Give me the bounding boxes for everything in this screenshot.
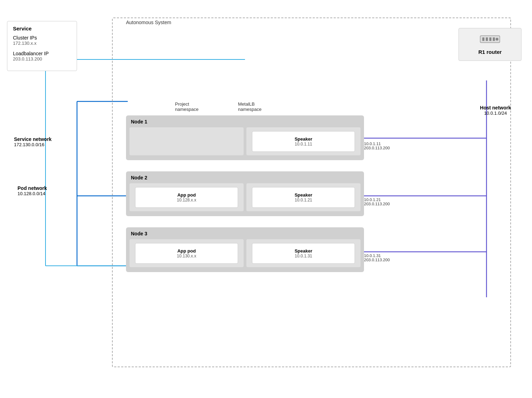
host-network-title: Host network xyxy=(480,105,511,111)
lb-ip-label: Loadbalancer IP xyxy=(13,51,71,56)
host-network-cidr: 10.0.1.0/24 xyxy=(480,111,511,116)
node1-speaker-box: Speaker 10.0.1.11 xyxy=(252,131,355,152)
node1-label: Node 1 xyxy=(130,119,360,125)
pod-network-title: Pod network xyxy=(18,185,47,191)
autonomous-system-label: Autonomous System xyxy=(126,20,171,25)
node3-app-ip: 10.130.x.x xyxy=(139,254,234,258)
svg-rect-14 xyxy=(482,37,484,41)
lb-ip-item: Loadbalancer IP 203.0.113.200 xyxy=(13,51,71,62)
node2-project-slot: App pod 10.128.x.x xyxy=(130,183,244,211)
node2-area: Node 2 App pod 10.128.x.x Speaker 10.0.1… xyxy=(126,171,364,216)
bgp1-line2: 203.0.113.200 xyxy=(364,146,390,150)
node3-speaker-name: Speaker xyxy=(256,248,351,254)
node2-speaker-name: Speaker xyxy=(256,192,351,198)
node2-speaker-box: Speaker 10.0.1.21 xyxy=(252,187,355,208)
bgp1-line1: 10.0.1.11 xyxy=(364,142,390,146)
project-namespace-label: Project namespace xyxy=(175,101,198,112)
node2-app-ip: 10.128.x.x xyxy=(139,198,234,202)
cluster-ips-item: Cluster IPs 172.130.x.x xyxy=(13,35,71,46)
node1-metallb-slot: Speaker 10.0.1.11 xyxy=(246,127,360,155)
node3-speaker-box: Speaker 10.0.1.31 xyxy=(252,243,355,264)
service-box-title: Service xyxy=(13,26,71,31)
node3-inner: App pod 10.130.x.x Speaker 10.0.1.31 xyxy=(130,239,360,267)
node2-metallb-slot: Speaker 10.0.1.21 xyxy=(246,183,360,211)
node3-area: Node 3 App pod 10.130.x.x Speaker 10.0.1… xyxy=(126,227,364,272)
pod-network-label: Pod network 10.128.0.0/14 xyxy=(18,185,47,196)
node1-area: Node 1 Speaker 10.0.1.11 xyxy=(126,115,364,160)
node1-project-slot xyxy=(130,127,244,155)
service-box: Service Cluster IPs 172.130.x.x Loadbala… xyxy=(7,21,77,71)
service-network-title: Service network xyxy=(14,136,51,142)
svg-rect-15 xyxy=(486,37,488,41)
node3-label: Node 3 xyxy=(130,231,360,236)
bgp2-line1: 10.0.1.21 xyxy=(364,198,390,202)
node1-inner: Speaker 10.0.1.11 xyxy=(130,127,360,155)
bgp-label-1: 10.0.1.11 203.0.113.200 xyxy=(364,142,390,150)
metallb-namespace-label: MetalLB namespace xyxy=(238,101,261,112)
cluster-ips-label: Cluster IPs xyxy=(13,35,71,41)
bgp3-line2: 203.0.113.200 xyxy=(364,258,390,262)
node2-app-box: App pod 10.128.x.x xyxy=(135,187,238,208)
node2-inner: App pod 10.128.x.x Speaker 10.0.1.21 xyxy=(130,183,360,211)
diagram-container: Service Cluster IPs 172.130.x.x Loadbala… xyxy=(0,0,532,398)
router-box: R1 router xyxy=(458,28,522,61)
svg-rect-16 xyxy=(489,37,491,41)
node3-app-name: App pod xyxy=(139,248,234,254)
pod-network-cidr: 10.128.0.0/14 xyxy=(18,191,47,196)
node1-speaker-name: Speaker xyxy=(256,136,351,142)
service-network-label: Service network 172.130.0.0/16 xyxy=(14,136,51,147)
node2-app-name: App pod xyxy=(139,192,234,198)
router-icon xyxy=(466,34,514,47)
node2-label: Node 2 xyxy=(130,175,360,180)
svg-point-18 xyxy=(496,38,498,41)
node3-metallb-slot: Speaker 10.0.1.31 xyxy=(246,239,360,267)
bgp3-line1: 10.0.1.31 xyxy=(364,254,390,258)
node3-app-box: App pod 10.130.x.x xyxy=(135,243,238,264)
service-network-cidr: 172.130.0.0/16 xyxy=(14,142,51,147)
node1-speaker-ip: 10.0.1.11 xyxy=(256,142,351,147)
host-network-label: Host network 10.0.1.0/24 xyxy=(480,105,511,116)
bgp-label-2: 10.0.1.21 203.0.113.200 xyxy=(364,198,390,206)
node3-speaker-ip: 10.0.1.31 xyxy=(256,254,351,258)
bgp-label-3: 10.0.1.31 203.0.113.200 xyxy=(364,254,390,262)
router-label: R1 router xyxy=(466,49,514,55)
bgp2-line2: 203.0.113.200 xyxy=(364,202,390,206)
lb-ip-value: 203.0.113.200 xyxy=(13,56,71,62)
node2-speaker-ip: 10.0.1.21 xyxy=(256,198,351,202)
svg-rect-17 xyxy=(493,37,495,41)
cluster-ips-value: 172.130.x.x xyxy=(13,41,71,46)
node3-project-slot: App pod 10.130.x.x xyxy=(130,239,244,267)
